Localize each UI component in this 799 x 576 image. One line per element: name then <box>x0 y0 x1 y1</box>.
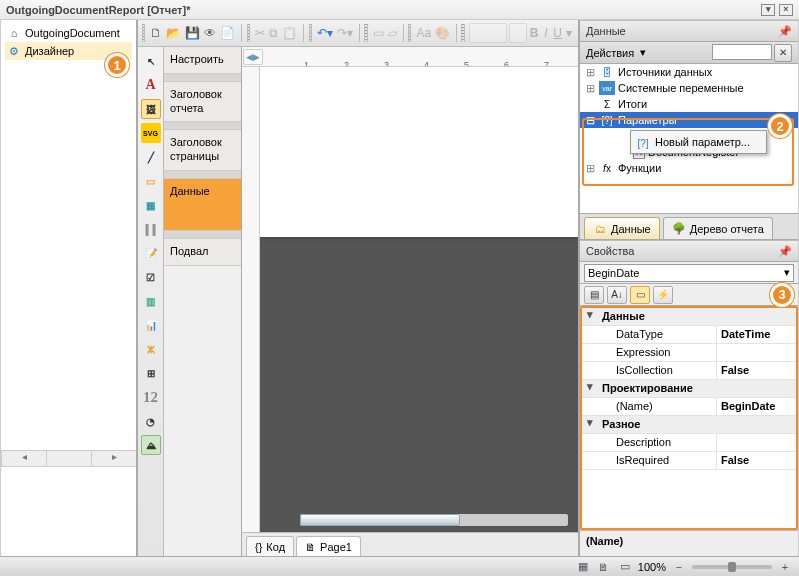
data-tab-icon: 🗂 <box>593 222 607 236</box>
more-toolbar-icon[interactable]: ▾ <box>565 23 574 43</box>
text-tool-icon[interactable]: A <box>141 75 161 95</box>
tab-report-tree[interactable]: 🌳Дерево отчета <box>663 217 773 239</box>
chart-tool-icon[interactable]: 📊 <box>141 315 161 335</box>
window-dropdown-icon[interactable]: ▾ <box>761 4 775 16</box>
styles-icon[interactable]: Aa <box>415 23 432 43</box>
copy-icon[interactable]: ⧉ <box>268 23 279 43</box>
report-bands-surface[interactable] <box>260 67 578 237</box>
data-panel-title: Данные <box>586 25 626 37</box>
horizontal-ruler: ◀▶ 1 2 3 4 5 6 7 <box>242 47 578 67</box>
design-canvas[interactable] <box>260 67 578 532</box>
fx-icon: fx <box>599 161 615 175</box>
prop-events-icon[interactable]: ⚡ <box>653 286 673 304</box>
tree-sys-vars[interactable]: Системные переменные <box>618 82 744 94</box>
clear-filter-button[interactable]: ✕ <box>774 44 792 62</box>
zoom-in-icon[interactable]: + <box>777 560 793 574</box>
redo-icon[interactable]: ↷▾ <box>336 23 354 43</box>
right-dock: Данные 📌 Действия ▾ ✕ ⊞🗄Источники данных… <box>578 20 798 556</box>
group-icon[interactable]: ▭ <box>372 23 385 43</box>
tab-page1[interactable]: 🗎Page1 <box>296 536 361 556</box>
band-footer[interactable]: Подвал <box>164 239 241 266</box>
filter-input[interactable] <box>712 44 772 60</box>
status-bar: ▦ 🗎 ▭ 100% − + <box>0 556 799 576</box>
new-page-icon[interactable]: 📄 <box>219 23 236 43</box>
prop-categorized-icon[interactable]: ▤ <box>584 286 604 304</box>
line-tool-icon[interactable]: ╱ <box>141 147 161 167</box>
band-configure[interactable]: Настроить <box>164 47 241 74</box>
tree-tab-icon: 🌳 <box>672 222 686 236</box>
menu-new-parameter[interactable]: [?] Новый параметр... <box>633 133 764 151</box>
tab-code[interactable]: {}Код <box>246 536 294 556</box>
prop-alpha-icon[interactable]: A↓ <box>607 286 627 304</box>
font-combo[interactable] <box>469 23 507 43</box>
gauge-tool-icon[interactable]: ◔ <box>141 411 161 431</box>
paste-icon[interactable]: 📋 <box>281 23 298 43</box>
callout-2: 2 <box>768 114 792 138</box>
ungroup-icon[interactable]: ▱ <box>387 23 398 43</box>
tool-palette: ↖ A 🖼 SVG ╱ ▭ ▦ ║║ 📝 ☑ ▥ 📊 ⵣ ⊞ 12 ◔ ⛰ <box>138 47 164 556</box>
callout-3: 3 <box>770 283 794 307</box>
property-object-selector[interactable]: BeginDate▾ <box>584 264 794 282</box>
code-icon: {} <box>255 541 262 553</box>
italic-icon[interactable]: I <box>541 23 550 43</box>
property-description: (Name) <box>580 530 798 556</box>
band-data[interactable]: Данные <box>164 179 241 231</box>
checkbox-tool-icon[interactable]: ☑ <box>141 267 161 287</box>
data-tree[interactable]: ⊞🗄Источники данных ⊞varСистемные перемен… <box>580 64 798 214</box>
pin-icon[interactable]: 📌 <box>778 25 792 38</box>
table-tool-icon[interactable]: ▦ <box>141 195 161 215</box>
status-view3-icon[interactable]: ▭ <box>617 560 633 574</box>
zoom-slider[interactable] <box>692 565 772 569</box>
tree-functions[interactable]: Функции <box>618 162 661 174</box>
bold-icon[interactable]: B <box>529 23 540 43</box>
explorer-root-item[interactable]: ⌂ OutgoingDocument <box>5 24 132 42</box>
subreport-tool-icon[interactable]: ▥ <box>141 291 161 311</box>
window-close-icon[interactable]: × <box>779 4 793 16</box>
zoom-out-icon[interactable]: − <box>671 560 687 574</box>
window-titlebar: OutgoingDocumentReport [Отчет]* ▾ × <box>0 0 799 20</box>
status-view2-icon[interactable]: 🗎 <box>596 560 612 574</box>
save-icon[interactable]: 💾 <box>184 23 201 43</box>
fontsize-combo[interactable] <box>509 23 527 43</box>
actions-dropdown-icon[interactable]: ▾ <box>640 46 646 59</box>
cut-icon[interactable]: ✂ <box>254 23 266 43</box>
map-tool-icon[interactable]: ⛰ <box>141 435 161 455</box>
image-tool-icon[interactable]: 🖼 <box>141 99 161 119</box>
band-report-header[interactable]: Заголовок отчета <box>164 82 241 123</box>
barcode-tool-icon[interactable]: ║║ <box>141 219 161 239</box>
right-tabstrip: 🗂Данные 🌳Дерево отчета <box>580 214 798 240</box>
explorer-pane: ⌂ OutgoingDocument ⚙ Дизайнер 1 ◂▸ <box>1 20 138 556</box>
palette-icon[interactable]: 🎨 <box>434 23 451 43</box>
undo-icon[interactable]: ↶▾ <box>316 23 334 43</box>
preview-icon[interactable]: 👁 <box>203 23 217 43</box>
new-icon[interactable]: 🗋 <box>149 23 163 43</box>
open-icon[interactable]: 📂 <box>165 23 182 43</box>
property-grid[interactable]: ▾Данные DataTypeDateTime Expression IsCo… <box>580 306 798 530</box>
svg-tool-icon[interactable]: SVG <box>141 123 161 143</box>
zip-tool-icon[interactable]: ⵣ <box>141 339 161 359</box>
actions-label: Действия <box>586 47 634 59</box>
canvas-hscrollbar[interactable] <box>300 514 568 526</box>
pointer-tool-icon[interactable]: ↖ <box>141 51 161 71</box>
underline-icon[interactable]: U <box>552 23 563 43</box>
ruler-left-arrow-icon[interactable]: ◀▶ <box>243 49 263 65</box>
prop-pages-icon[interactable]: ▭ <box>630 286 650 304</box>
tree-params[interactable]: Параметры <box>618 114 677 126</box>
sigma-icon: Σ <box>599 97 615 111</box>
digital-tool-icon[interactable]: 12 <box>141 387 161 407</box>
page-tabs: {}Код 🗎Page1 <box>242 532 578 556</box>
pin-icon[interactable]: 📌 <box>778 245 792 258</box>
params-icon: [?] <box>599 113 615 127</box>
band-page-header[interactable]: Заголовок страницы <box>164 130 241 171</box>
shape-tool-icon[interactable]: ▭ <box>141 171 161 191</box>
tree-totals[interactable]: Итоги <box>618 98 647 110</box>
status-view1-icon[interactable]: ▦ <box>575 560 591 574</box>
cell-tool-icon[interactable]: ⊞ <box>141 363 161 383</box>
tree-data-sources[interactable]: Источники данных <box>618 66 712 78</box>
tab-data[interactable]: 🗂Данные <box>584 217 660 239</box>
explorer-scrollbar[interactable]: ◂▸ <box>1 450 136 466</box>
page-icon: 🗎 <box>305 541 316 553</box>
richtext-tool-icon[interactable]: 📝 <box>141 243 161 263</box>
gear-icon: ⚙ <box>7 44 21 58</box>
vertical-ruler <box>242 67 260 532</box>
